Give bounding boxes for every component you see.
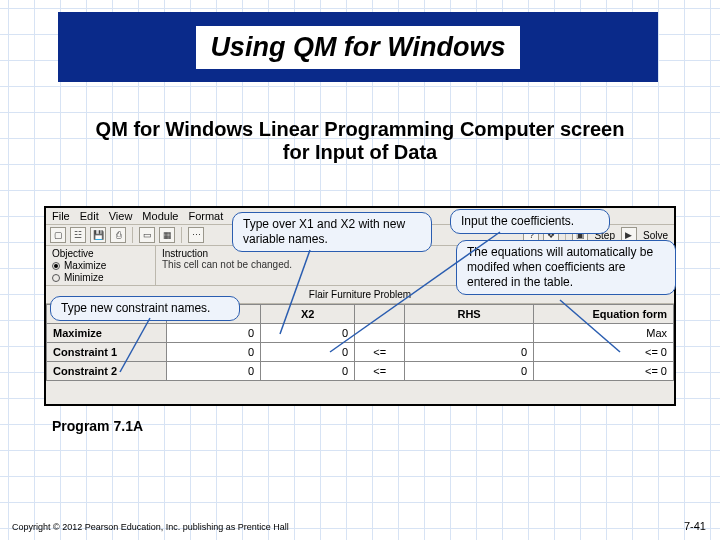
open-icon[interactable]: ☳ — [70, 227, 86, 243]
col-eq: Equation form — [534, 305, 674, 324]
cell-rhs[interactable]: 0 — [405, 343, 534, 362]
radio-minimize-label: Minimize — [64, 272, 103, 283]
row-label[interactable]: Constraint 2 — [47, 362, 167, 381]
radio-minimize[interactable]: Minimize — [52, 272, 149, 283]
menu-module[interactable]: Module — [142, 210, 178, 222]
radio-maximize-label: Maximize — [64, 260, 106, 271]
callout-constraint-names: Type new constraint names. — [50, 296, 240, 321]
cell-sign — [355, 324, 405, 343]
misc-icon[interactable]: ⋯ — [188, 227, 204, 243]
callout-coefficients: Input the coefficients. — [450, 209, 610, 234]
table-row: Constraint 2 0 0 <= 0 <= 0 — [47, 362, 674, 381]
callout-equations: The equations will automatically be modi… — [456, 240, 676, 295]
row-label[interactable]: Constraint 1 — [47, 343, 167, 362]
toggle-b-icon[interactable]: ▦ — [159, 227, 175, 243]
cell-x1[interactable]: 0 — [167, 324, 261, 343]
cell-x2[interactable]: 0 — [261, 324, 355, 343]
slide-title: Using QM for Windows — [210, 32, 505, 62]
row-label: Maximize — [47, 324, 167, 343]
callout-variable-names: Type over X1 and X2 with new variable na… — [232, 212, 432, 252]
menu-file[interactable]: File — [52, 210, 70, 222]
cell-sign[interactable]: <= — [355, 362, 405, 381]
cell-eq: Max — [534, 324, 674, 343]
radio-dot-icon — [52, 274, 60, 282]
slide-subtitle: QM for Windows Linear Programming Comput… — [80, 118, 640, 164]
menu-format[interactable]: Format — [188, 210, 223, 222]
copyright: Copyright © 2012 Pearson Education, Inc.… — [12, 522, 289, 532]
objective-header: Objective — [52, 248, 149, 259]
cell-rhs[interactable] — [405, 324, 534, 343]
objective-panel: Objective Maximize Minimize — [46, 246, 156, 285]
program-label: Program 7.1A — [52, 418, 143, 434]
menu-view[interactable]: View — [109, 210, 133, 222]
cell-rhs[interactable]: 0 — [405, 362, 534, 381]
save-icon[interactable]: 💾 — [90, 227, 106, 243]
new-icon[interactable]: ▢ — [50, 227, 66, 243]
cell-x2[interactable]: 0 — [261, 343, 355, 362]
table-row: Maximize 0 0 Max — [47, 324, 674, 343]
page-number: 7-41 — [684, 520, 706, 532]
title-strip: Using QM for Windows — [196, 26, 519, 69]
solve-label[interactable]: Solve — [641, 230, 670, 241]
table-row: Constraint 1 0 0 <= 0 <= 0 — [47, 343, 674, 362]
cell-x1[interactable]: 0 — [167, 362, 261, 381]
cell-eq: <= 0 — [534, 362, 674, 381]
cell-x1[interactable]: 0 — [167, 343, 261, 362]
col-x2[interactable]: X2 — [261, 305, 355, 324]
cell-x2[interactable]: 0 — [261, 362, 355, 381]
col-rhs: RHS — [405, 305, 534, 324]
cell-eq: <= 0 — [534, 343, 674, 362]
cell-sign[interactable]: <= — [355, 343, 405, 362]
radio-maximize[interactable]: Maximize — [52, 260, 149, 271]
toolbar-separator — [181, 227, 182, 243]
menu-edit[interactable]: Edit — [80, 210, 99, 222]
toggle-a-icon[interactable]: ▭ — [139, 227, 155, 243]
radio-dot-icon — [52, 262, 60, 270]
print-icon[interactable]: ⎙ — [110, 227, 126, 243]
toolbar-separator — [132, 227, 133, 243]
col-sign — [355, 305, 405, 324]
title-box: Using QM for Windows — [58, 12, 658, 82]
